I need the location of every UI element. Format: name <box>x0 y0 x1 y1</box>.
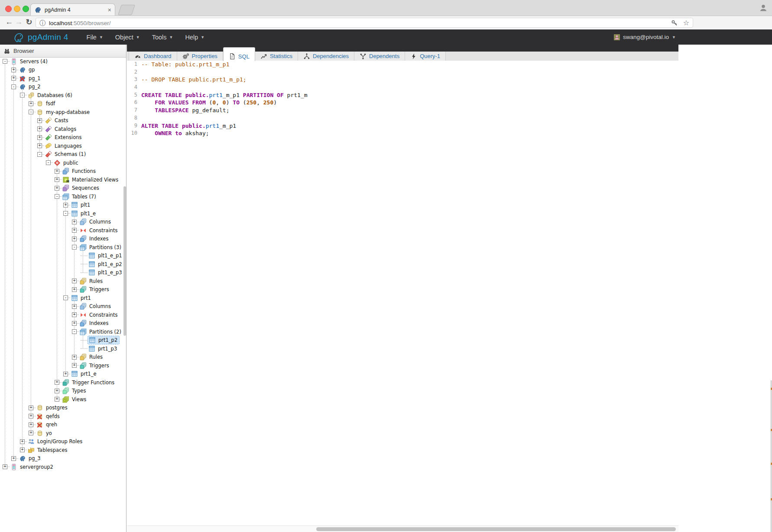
tree-item-rules[interactable]: +Rules <box>0 353 126 362</box>
tree-item-indexes[interactable]: +Indexes <box>0 235 126 243</box>
tree-item-functions[interactable]: +Functions <box>0 167 126 176</box>
reload-button[interactable]: ↻ <box>24 17 34 27</box>
tree-item-qefds[interactable]: +qefds <box>0 412 126 421</box>
expand-plus-icon[interactable]: + <box>55 380 59 385</box>
collapse-minus-icon[interactable]: - <box>20 93 25 97</box>
url-text[interactable]: localhost:5050/browser/ <box>49 20 111 26</box>
expand-plus-icon[interactable]: + <box>55 389 59 393</box>
expand-plus-icon[interactable]: + <box>63 203 68 208</box>
tree-item-schemas-1-[interactable]: -Schemas (1) <box>0 150 126 159</box>
tree-item-sequences[interactable]: +Sequences <box>0 184 126 193</box>
back-button[interactable]: ← <box>4 17 14 26</box>
tree-item-yo[interactable]: +yo <box>0 429 126 438</box>
collapse-minus-icon[interactable]: - <box>63 295 68 300</box>
tab-query-1[interactable]: Query-1 <box>405 52 446 61</box>
tree-item-catalogs[interactable]: +Catalogs <box>0 125 126 133</box>
menu-object[interactable]: Object▼ <box>115 34 140 41</box>
address-bar[interactable]: ⓘ localhost:5050/browser/ ☆ <box>36 18 693 28</box>
expand-plus-icon[interactable]: + <box>37 127 42 131</box>
tree-item-constraints[interactable]: +Constraints <box>0 226 126 235</box>
expand-plus-icon[interactable]: + <box>29 405 33 410</box>
mac-minimize-button[interactable] <box>14 6 20 12</box>
expand-plus-icon[interactable]: + <box>11 76 16 81</box>
menu-tools[interactable]: Tools▼ <box>152 34 173 41</box>
tree-item-triggers[interactable]: +Triggers <box>0 285 126 294</box>
tree-item-pg-2[interactable]: -pg_2 <box>0 83 126 91</box>
tab-dependents[interactable]: Dependents <box>354 52 405 61</box>
collapse-minus-icon[interactable]: - <box>63 211 68 216</box>
tab-dependencies[interactable]: Dependencies <box>298 52 354 61</box>
mac-close-button[interactable] <box>5 6 12 12</box>
tree-item-plt1-e[interactable]: -plt1_e <box>0 209 126 218</box>
close-tab-icon[interactable]: × <box>108 7 111 13</box>
expand-plus-icon[interactable]: + <box>72 363 77 368</box>
browser-profile-icon[interactable] <box>759 3 768 12</box>
tree-item-columns[interactable]: +Columns <box>0 218 126 227</box>
expand-plus-icon[interactable]: + <box>20 448 25 452</box>
menu-help[interactable]: Help▼ <box>185 34 204 41</box>
sidebar-scrollbar[interactable] <box>123 186 126 336</box>
tree-item-gp[interactable]: +gp <box>0 66 126 75</box>
selected-tree-item[interactable]: prt1_p2 <box>88 336 120 344</box>
tree-item-pg-1[interactable]: +pg_1 <box>0 74 126 83</box>
tree-item-prt1[interactable]: -prt1 <box>0 294 126 302</box>
tree-item-casts[interactable]: +Casts <box>0 117 126 125</box>
expand-plus-icon[interactable]: + <box>72 279 77 283</box>
tree-item-columns[interactable]: +Columns <box>0 302 126 311</box>
tree-item-databases-6-[interactable]: -Databases (6) <box>0 91 126 100</box>
user-menu[interactable]: swang@pivotal.io ▼ <box>613 34 676 41</box>
mac-fullscreen-button[interactable] <box>23 6 29 12</box>
tree-item-plt1-e-p2[interactable]: plt1_e_p2 <box>0 260 126 269</box>
tree-item-trigger-functions[interactable]: +Trigger Functions <box>0 378 126 387</box>
tree-item-extensions[interactable]: +Extensions <box>0 133 126 142</box>
menu-file[interactable]: File▼ <box>87 34 103 41</box>
tree-item-postgres[interactable]: +postgres <box>0 404 126 412</box>
expand-plus-icon[interactable]: + <box>72 321 77 326</box>
expand-plus-icon[interactable]: + <box>29 431 33 435</box>
collapse-minus-icon[interactable]: - <box>72 245 77 250</box>
tree-item-public[interactable]: -public <box>0 159 126 167</box>
expand-plus-icon[interactable]: + <box>29 414 33 418</box>
browser-panel-header[interactable]: Browser <box>0 45 126 58</box>
tree-item-plt1-e-p1[interactable]: plt1_e_p1 <box>0 252 126 260</box>
bookmark-star-icon[interactable]: ☆ <box>683 19 689 27</box>
collapse-minus-icon[interactable]: - <box>11 84 16 89</box>
tree-item-indexes[interactable]: +Indexes <box>0 319 126 328</box>
expand-plus-icon[interactable]: + <box>72 220 77 224</box>
collapse-minus-icon[interactable]: - <box>46 160 51 165</box>
tree-item-servers-4-[interactable]: -Servers (4) <box>0 57 126 66</box>
tree-item-rules[interactable]: +Rules <box>0 277 126 285</box>
tab-statistics[interactable]: Statistics <box>255 52 298 61</box>
tree-item-constraints[interactable]: +Constraints <box>0 311 126 319</box>
tree-item-languages[interactable]: +Languages <box>0 142 126 150</box>
expand-plus-icon[interactable]: + <box>72 287 77 292</box>
tree-item-materialized-views[interactable]: +MMaterialized Views <box>0 175 126 184</box>
tree-item-my-app-database[interactable]: -my-app-database <box>0 108 126 117</box>
tab-sql[interactable]: SQL <box>223 47 255 61</box>
expand-plus-icon[interactable]: + <box>72 304 77 309</box>
expand-plus-icon[interactable]: + <box>55 186 59 191</box>
tree-item-prt1-e[interactable]: +prt1_e <box>0 370 126 379</box>
site-info-icon[interactable]: ⓘ <box>39 19 45 27</box>
tab-dashboard[interactable]: Dashboard <box>129 52 177 61</box>
browser-tab[interactable]: pgAdmin 4 × <box>30 3 115 16</box>
tab-properties[interactable]: Properties <box>177 52 223 61</box>
forward-button[interactable]: → <box>14 17 23 26</box>
expand-plus-icon[interactable]: + <box>11 68 16 72</box>
tree-item-login-group-roles[interactable]: +Login/Group Roles <box>0 438 126 446</box>
tree-item-fsdf[interactable]: +fsdf <box>0 100 126 108</box>
expand-plus-icon[interactable]: + <box>37 135 42 140</box>
expand-plus-icon[interactable]: + <box>72 312 77 317</box>
tree-item-plt1[interactable]: +plt1 <box>0 201 126 210</box>
tree-item-partitions-3-[interactable]: -Partitions (3) <box>0 243 126 252</box>
tree-item-pg-3[interactable]: +pg_3 <box>0 454 126 463</box>
tree-item-types[interactable]: +Types <box>0 387 126 396</box>
expand-plus-icon[interactable]: + <box>55 397 59 402</box>
expand-plus-icon[interactable]: + <box>63 372 68 376</box>
expand-plus-icon[interactable]: + <box>55 169 59 174</box>
tree-item-qreh[interactable]: +qreh <box>0 421 126 429</box>
expand-plus-icon[interactable]: + <box>72 355 77 360</box>
new-tab-button[interactable] <box>118 5 135 15</box>
collapse-minus-icon[interactable]: - <box>72 329 77 334</box>
tree-item-partitions-2-[interactable]: -Partitions (2) <box>0 328 126 336</box>
